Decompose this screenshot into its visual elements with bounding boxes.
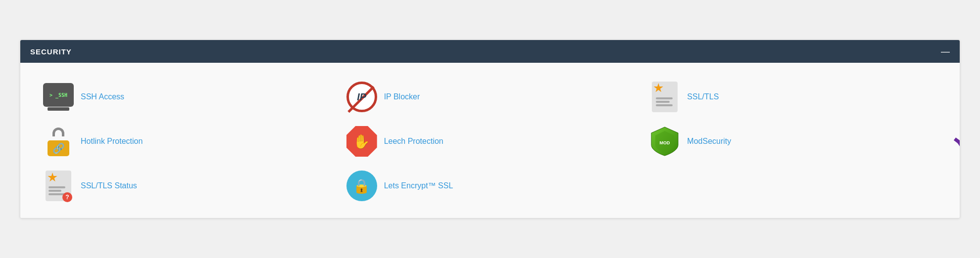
minimize-button[interactable]: — [941,47,950,56]
items-grid: > _SSH SSH Access IP IP Blocker [35,75,945,208]
lets-encrypt-icon: 🔒 [346,171,377,201]
ip-blocker-label: IP Blocker [384,92,420,101]
shield-svg: MOD [650,126,679,157]
modsecurity-icon: MOD [649,126,680,157]
lets-encrypt-label: Lets Encrypt™ SSL [384,181,453,190]
ssl-tls-status-label: SSL/TLS Status [81,181,137,190]
leech-icon: ✋ [346,126,377,157]
ssh-icon: > _SSH [43,82,74,112]
ssh-access-label: SSH Access [81,92,124,101]
ssl-tls-label: SSL/TLS [687,92,719,101]
star-badge-icon [48,172,57,182]
ssl-tls-status-icon: ? [43,171,74,201]
security-panel: SECURITY — > _SSH SSH Access [20,40,960,218]
svg-text:MOD: MOD [660,140,670,145]
ssl-tls-item[interactable]: SSL/TLS [641,75,945,119]
panel-header: SECURITY — [20,40,960,63]
star-icon [653,83,663,93]
lets-encrypt-item[interactable]: 🔒 Lets Encrypt™ SSL [339,164,642,208]
svg-line-2 [955,139,960,206]
modsecurity-label: ModSecurity [687,137,731,146]
hotlink-protection-label: Hotlink Protection [81,137,143,146]
ip-blocker-item[interactable]: IP IP Blocker [339,75,642,119]
ssh-access-item[interactable]: > _SSH SSH Access [35,75,339,119]
modsecurity-item[interactable]: MOD ModSecurity [641,119,945,164]
ip-blocker-icon: IP [346,82,377,112]
hotlink-protection-item[interactable]: 🔗 Hotlink Protection [35,119,339,164]
ssl-tls-icon [649,82,680,112]
hotlink-icon: 🔗 [43,126,74,157]
panel-body: > _SSH SSH Access IP IP Blocker [20,63,960,218]
leech-protection-item[interactable]: ✋ Leech Protection [339,119,642,164]
panel-title: SECURITY [30,47,72,56]
leech-protection-label: Leech Protection [384,137,443,146]
ssl-tls-status-item[interactable]: ? SSL/TLS Status [35,164,339,208]
arrow-pointer [925,114,960,213]
